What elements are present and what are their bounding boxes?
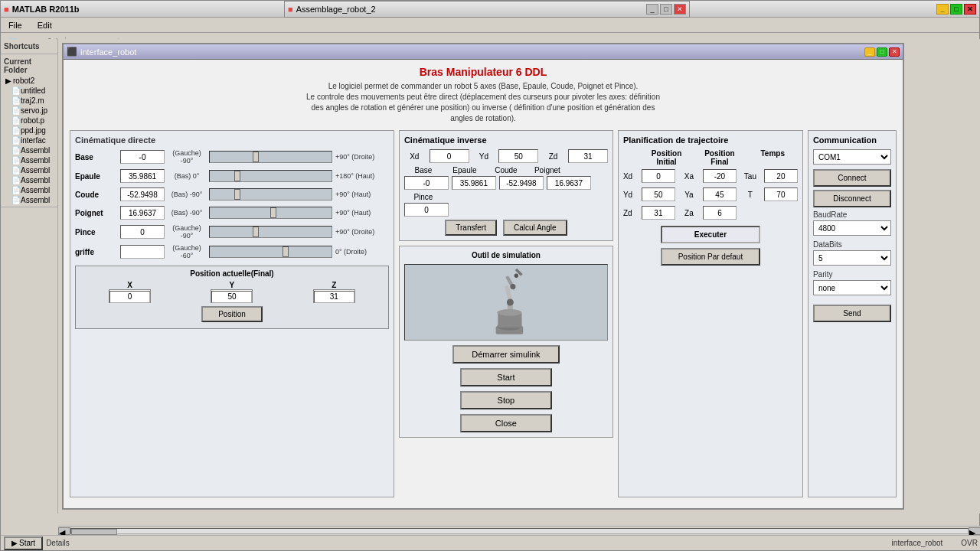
- baudrate-select[interactable]: 4800 9600 19200: [813, 220, 891, 236]
- joint-poignet-slider[interactable]: [209, 207, 332, 219]
- joint-griffe-slider[interactable]: [209, 246, 332, 258]
- pos-z-col: Z: [313, 281, 355, 303]
- joint-base-label: Base: [75, 153, 117, 161]
- desc-line1: Le logiciel permet de commander un robot…: [328, 82, 639, 90]
- assemblage-close[interactable]: ✕: [674, 4, 686, 15]
- joint-poignet-input[interactable]: [120, 206, 165, 220]
- ci-joint-base-input[interactable]: [404, 176, 449, 190]
- file-icon7: 📄: [11, 146, 21, 155]
- joint-base-dir-end: +90° (Droite): [335, 153, 389, 161]
- matlab-minimize-btn[interactable]: _: [936, 4, 949, 15]
- position-defaut-button[interactable]: Position Par defaut: [661, 248, 760, 266]
- assemblage-maximize[interactable]: □: [660, 4, 672, 15]
- traj-ya-val[interactable]: [703, 187, 737, 201]
- traj-za-val[interactable]: [703, 206, 737, 220]
- joint-coude-slider[interactable]: [209, 188, 332, 201]
- ci-joint-pince-label: Pince: [404, 193, 443, 201]
- menu-edit[interactable]: Edit: [33, 19, 57, 31]
- pos-x-label: X: [109, 281, 151, 289]
- joint-pince-slider[interactable]: [209, 226, 332, 238]
- calcul-angle-button[interactable]: Calcul Angle: [503, 220, 567, 236]
- databits-select[interactable]: 5 6 7 8: [813, 250, 891, 266]
- joint-epaule-input[interactable]: [120, 169, 165, 183]
- joint-griffe-input[interactable]: [120, 245, 165, 259]
- pos-z-label: Z: [313, 281, 355, 289]
- hscroll-thumb[interactable]: [71, 529, 117, 535]
- ci-zd-input[interactable]: [568, 149, 608, 163]
- assemblage-window-tab[interactable]: ■ Assemblage_robot_2 _ □ ✕: [284, 1, 690, 18]
- start-menu-button[interactable]: ▶ Start: [4, 536, 43, 550]
- parity-select[interactable]: none even odd: [813, 280, 891, 295]
- file-assembl2-label: Assembl: [21, 156, 50, 165]
- tree-item-assembl2[interactable]: 📄 Assembl: [4, 155, 54, 165]
- robot-maximize-btn[interactable]: □: [877, 47, 887, 57]
- robot-minimize-btn[interactable]: _: [864, 47, 875, 57]
- tree-item-assembl5[interactable]: 📄 Assembl: [4, 185, 54, 195]
- transfert-button[interactable]: Transfert: [445, 220, 497, 236]
- traj-t-val[interactable]: [764, 187, 798, 201]
- traj-zd-init[interactable]: [642, 206, 675, 220]
- traj-za-label: Za: [678, 209, 700, 217]
- svg-point-6: [507, 299, 514, 306]
- joint-coude-input[interactable]: [120, 187, 165, 201]
- tree-item-assembl3[interactable]: 📄 Assembl: [4, 165, 54, 175]
- file-ppd-label: ppd.jpg: [21, 126, 46, 135]
- traj-t-label: T: [740, 191, 761, 199]
- file-assembl1-label: Assembl: [21, 146, 50, 155]
- pos-x-input[interactable]: [109, 291, 150, 303]
- joint-epaule-slider[interactable]: [209, 170, 332, 182]
- tree-item-assembl4[interactable]: 📄 Assembl: [4, 175, 54, 185]
- hscroll-left-btn[interactable]: ◀: [58, 527, 70, 535]
- tree-item-servo[interactable]: 📄 servo.jp: [4, 106, 54, 116]
- executer-button[interactable]: Executer: [661, 226, 760, 243]
- tree-item-traj2[interactable]: 📄 traj2.m: [4, 96, 54, 106]
- comm-databits-row: DataBits 5 6 7 8: [813, 240, 891, 266]
- start-button[interactable]: Start: [460, 368, 552, 386]
- traj-xa-val[interactable]: [703, 169, 737, 183]
- stop-button[interactable]: Stop: [460, 391, 552, 409]
- tree-item-robot2[interactable]: ▶ robot2: [4, 76, 54, 86]
- ci-joint-pince-input[interactable]: [404, 203, 449, 217]
- demarrer-simulink-button[interactable]: Démarrer simulink: [452, 345, 560, 364]
- ci-joint-poignet-input[interactable]: [547, 176, 591, 190]
- tree-item-assembl1[interactable]: 📄 Assembl: [4, 145, 54, 155]
- tree-item-robot[interactable]: 📄 robot.p: [4, 116, 54, 126]
- joint-row-pince: Pince (Gauche) -90° +90° (Droite): [75, 224, 389, 240]
- ci-joint-epaule-input[interactable]: [452, 176, 496, 190]
- ci-xd-input[interactable]: [430, 149, 469, 163]
- tree-item-interfac[interactable]: 📄 interfac: [4, 135, 54, 145]
- matlab-window: ■ MATLAB R2011b _ □ ✕ ■ Assemblage_robot…: [0, 0, 980, 551]
- tree-item-ppd[interactable]: 📄 ppd.jpg: [4, 126, 54, 135]
- pos-y-input[interactable]: [211, 291, 252, 303]
- traj-ya-label: Ya: [678, 191, 700, 199]
- traj-yd-init[interactable]: [642, 187, 675, 201]
- connect-button[interactable]: Connect: [813, 169, 891, 187]
- traj-tau-val[interactable]: [764, 169, 798, 183]
- menu-file[interactable]: File: [4, 19, 27, 31]
- tree-item-assembl6[interactable]: 📄 Assembl: [4, 195, 54, 205]
- ci-joint-coude-input[interactable]: [499, 176, 544, 190]
- pos-z-input[interactable]: [314, 291, 354, 303]
- ci-title: Cinématique inverse: [404, 135, 608, 145]
- comm-port-select[interactable]: COM1 COM2 COM3: [813, 149, 891, 165]
- ci-yd-input[interactable]: [498, 149, 538, 163]
- comm-title: Communication: [813, 135, 891, 145]
- robot-close-btn[interactable]: ✕: [889, 47, 900, 57]
- send-button[interactable]: Send: [813, 305, 891, 322]
- matlab-maximize-btn[interactable]: □: [950, 4, 962, 15]
- svg-point-8: [514, 274, 518, 278]
- position-button[interactable]: Position: [201, 306, 263, 322]
- traj-xd-init[interactable]: [642, 169, 675, 183]
- matlab-close-btn[interactable]: ✕: [964, 4, 976, 15]
- joint-base-input[interactable]: [120, 150, 165, 164]
- horizontal-scrollbar[interactable]: ◀ ▶: [58, 526, 980, 535]
- hscroll-track[interactable]: [70, 528, 969, 534]
- close-button[interactable]: Close: [460, 414, 552, 432]
- joint-coude-dir-end: +90° (Haut): [335, 191, 389, 198]
- hscroll-right-btn[interactable]: ▶: [969, 527, 980, 535]
- disconnect-button[interactable]: Disconnect: [813, 190, 891, 207]
- joint-base-slider[interactable]: [209, 151, 332, 163]
- joint-pince-input[interactable]: [120, 225, 165, 239]
- tree-item-untitled[interactable]: 📄 untitled: [4, 86, 54, 96]
- assemblage-minimize[interactable]: _: [646, 4, 658, 15]
